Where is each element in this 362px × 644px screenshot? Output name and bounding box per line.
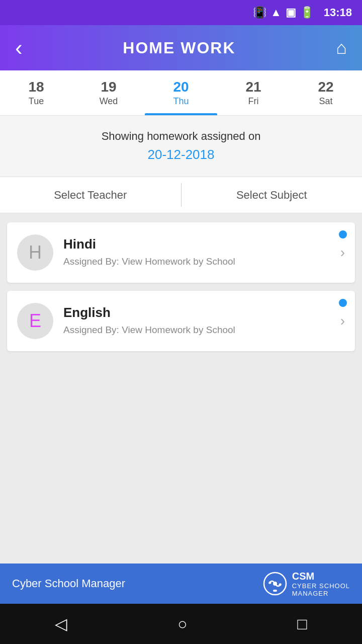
svg-rect-4	[273, 590, 277, 592]
homework-assigned-english: Assigned By: View Homework by School	[63, 324, 335, 337]
csm-logo-icon	[263, 572, 287, 596]
tab-wed[interactable]: 19 Wed	[72, 70, 145, 115]
notification-dot-english	[339, 299, 347, 307]
chevron-right-hindi: ›	[340, 245, 345, 261]
tab-fri[interactable]: 21 Fri	[217, 70, 290, 115]
select-teacher-button[interactable]: Select Teacher	[0, 177, 181, 213]
svg-point-1	[273, 582, 277, 586]
vibrate-icon: 📳	[253, 6, 266, 19]
homework-title-hindi: Hindi	[63, 236, 335, 252]
homework-assigned-hindi: Assigned By: View Homework by School	[63, 255, 335, 269]
wifi-icon: ▲	[270, 6, 282, 19]
date-display: Showing homework assigned on 20-12-2018	[0, 116, 362, 177]
tab-thu[interactable]: 20 Thu	[145, 70, 217, 115]
filter-row: Select Teacher Select Subject	[0, 177, 362, 213]
app-footer: Cyber School Manager CSM CYBER SCHOOLMAN…	[0, 564, 362, 604]
tab-fri-num: 21	[245, 79, 261, 95]
footer-logo-text-block: CSM CYBER SCHOOLMANAGER	[292, 570, 350, 597]
footer-logo-csm: CSM	[292, 570, 350, 582]
date-value: 20-12-2018	[10, 147, 352, 163]
chevron-right-english: ›	[340, 313, 345, 329]
date-tabs: 18 Tue 19 Wed 20 Thu 21 Fri 22 Sat	[0, 70, 362, 116]
app-header: ‹ HOME WORK ⌂	[0, 25, 362, 70]
tab-thu-name: Thu	[173, 96, 189, 107]
tab-thu-num: 20	[173, 79, 189, 95]
showing-text: Showing homework assigned on	[10, 130, 352, 143]
avatar-english: E	[17, 303, 53, 339]
tab-tue-num: 18	[28, 79, 44, 95]
status-bar: 📳 ▲ ▣ 🔋 13:18	[0, 0, 362, 25]
homework-list: H Hindi Assigned By: View Homework by Sc…	[0, 213, 362, 564]
homework-info-english: English Assigned By: View Homework by Sc…	[63, 305, 335, 337]
tab-sat-num: 22	[318, 79, 333, 95]
homework-card-english[interactable]: E English Assigned By: View Homework by …	[7, 291, 355, 351]
nav-bar: ◁ ○ □	[0, 604, 362, 644]
select-subject-button[interactable]: Select Subject	[182, 177, 363, 213]
tab-tue-name: Tue	[29, 96, 44, 107]
tab-tue[interactable]: 18 Tue	[0, 70, 72, 115]
homework-info-hindi: Hindi Assigned By: View Homework by Scho…	[63, 236, 335, 269]
data-icon: ▣	[286, 6, 296, 19]
nav-back-button[interactable]: ◁	[55, 614, 67, 633]
homework-title-english: English	[63, 305, 335, 320]
tab-wed-name: Wed	[100, 96, 118, 107]
notification-dot-hindi	[339, 230, 347, 238]
nav-home-button[interactable]: ○	[177, 615, 187, 633]
tab-sat-name: Sat	[319, 96, 332, 107]
tab-fri-name: Fri	[248, 96, 259, 107]
page-title: HOME WORK	[123, 39, 235, 57]
footer-brand-name: Cyber School Manager	[12, 577, 125, 590]
tab-wed-num: 19	[101, 79, 116, 95]
status-icons: 📳 ▲ ▣ 🔋 13:18	[253, 6, 352, 19]
svg-point-3	[279, 584, 281, 586]
tab-sat[interactable]: 22 Sat	[290, 70, 362, 115]
status-time: 13:18	[324, 6, 352, 19]
battery-icon: 🔋	[300, 6, 314, 19]
svg-point-2	[268, 582, 271, 584]
back-button[interactable]: ‹	[15, 35, 23, 60]
avatar-hindi: H	[17, 234, 53, 271]
homework-card-hindi[interactable]: H Hindi Assigned By: View Homework by Sc…	[7, 222, 355, 283]
footer-logo-subtext: CYBER SCHOOLMANAGER	[292, 582, 350, 597]
home-button[interactable]: ⌂	[336, 37, 347, 58]
footer-logo: CSM CYBER SCHOOLMANAGER	[263, 570, 350, 597]
nav-recent-button[interactable]: □	[297, 615, 307, 633]
